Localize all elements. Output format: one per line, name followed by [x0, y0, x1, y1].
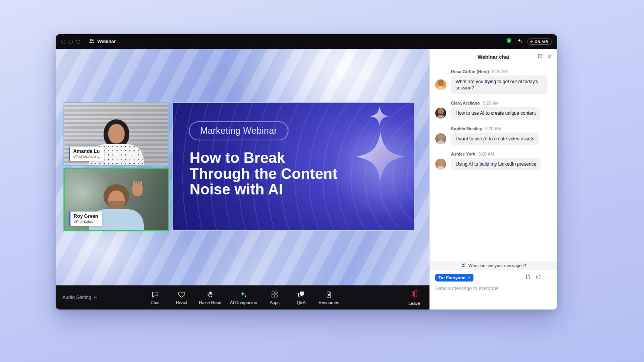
on-air-badge: ON AIR [527, 38, 552, 45]
privacy-note-text: Who can see your messages? [468, 263, 526, 268]
video-tile-amanda-lu[interactable]: Amanda Lu VP of Marketing [63, 102, 169, 166]
nametag-amanda: Amanda Lu VP of Marketing [69, 147, 104, 161]
leave-button[interactable]: Leave [408, 290, 420, 306]
chevron-down-icon [467, 276, 470, 279]
on-air-dot [530, 40, 533, 43]
chat-icon [151, 290, 159, 299]
to-everyone-label: To: Everyone [438, 275, 465, 280]
meeting-toolbar: Audio Setting Chat [56, 285, 429, 310]
message-author: Rosa Griffin (Host) [451, 69, 489, 74]
slide-badge: Marketing Webinar [189, 121, 289, 140]
chat-header: Webinar chat [430, 49, 557, 65]
message-time: 9:20 AM [492, 69, 508, 74]
react-button[interactable]: React [170, 289, 193, 306]
title-bar: Webinar ON AIR [56, 34, 557, 49]
window-maximize-button[interactable] [76, 40, 80, 44]
privacy-note[interactable]: Who can see your messages? [430, 261, 557, 270]
webinar-app-window: Webinar ON AIR [56, 34, 557, 310]
resources-button[interactable]: Resources [316, 289, 341, 306]
participant-role: VP of Marketing [73, 154, 100, 159]
chat-message: Clara Arellano 9:20 AM How to use AI to … [435, 101, 552, 119]
ai-sparkle-icon [239, 290, 248, 299]
avatar [435, 79, 446, 90]
pop-out-icon[interactable] [537, 53, 543, 61]
slide-title-line-2: Through the Content [190, 166, 338, 182]
chat-message-list[interactable]: Rosa Griffin (Host) 9:20 AM What are you… [430, 65, 557, 261]
attach-file-icon[interactable] [525, 274, 531, 282]
resources-button-label: Resources [318, 300, 339, 305]
participant-name: Amanda Lu [73, 149, 100, 154]
leave-door-icon [410, 290, 419, 299]
slide-title-line-1: How to Break [190, 150, 338, 166]
window-title: Webinar [89, 38, 116, 45]
heart-icon [178, 290, 186, 299]
message-bubble: What are you trying to get out of today'… [451, 75, 547, 94]
avatar [435, 159, 446, 170]
more-options-icon[interactable] [546, 274, 552, 282]
chat-message: Ashlee York 9:20 AM Using AI to build my… [435, 152, 552, 170]
raise-hand-button[interactable]: Raise Hand [197, 289, 223, 306]
avatar [435, 133, 446, 144]
webinar-people-icon [89, 38, 95, 45]
emoji-icon[interactable] [535, 274, 541, 282]
ai-companion-button-label: AI Companion [230, 300, 257, 305]
participant-name: Roy Green [74, 213, 98, 219]
message-bubble: How to use AI to create unique content [451, 107, 540, 119]
leave-button-label: Leave [408, 301, 420, 306]
message-input[interactable] [435, 286, 552, 291]
on-air-label: ON AIR [535, 40, 548, 44]
apps-icon [271, 290, 278, 299]
toolbar-button-group: Chat React [144, 289, 341, 306]
qa-icon [297, 290, 305, 299]
message-time: 9:20 AM [485, 126, 501, 131]
chat-composer: To: Everyone [430, 270, 557, 310]
qa-button-label: Q&A [297, 300, 306, 305]
shared-screen-slide: Marketing Webinar How to Break Through t… [172, 102, 415, 231]
close-icon[interactable] [547, 53, 552, 60]
nametag-roy: Roy Green VP of Sales [69, 212, 102, 226]
window-title-text: Webinar [97, 39, 116, 44]
participant-role: VP of Sales [74, 219, 98, 224]
ai-companion-button[interactable]: AI Companion [228, 289, 260, 306]
resources-icon [325, 290, 333, 299]
window-close-button[interactable] [61, 40, 65, 44]
message-author: Clara Arellano [451, 101, 480, 105]
ai-companion-titlebar-icon[interactable] [517, 38, 523, 45]
message-bubble: I want to use AI to create video assets [451, 133, 539, 145]
webinar-chat-panel: Webinar chat Rosa Griffin (Host) [429, 49, 557, 310]
chat-message: Sophia Mosiley 9:20 AM I want to use AI … [435, 126, 552, 145]
webinar-stage: Amanda Lu VP of Marketing Roy Green VP o… [56, 49, 429, 285]
slide-star-shape-small [370, 106, 390, 128]
chat-button-label: Chat [150, 300, 159, 305]
security-shield-icon[interactable] [506, 37, 512, 46]
privacy-person-icon [461, 263, 466, 268]
qa-button[interactable]: Q&A [290, 289, 312, 306]
chevron-up-icon [93, 296, 97, 299]
raise-hand-button-label: Raise Hand [199, 300, 221, 305]
message-bubble: Using AI to build my LinkedIn presence [451, 158, 541, 170]
to-everyone-selector[interactable]: To: Everyone [435, 274, 473, 282]
window-controls [61, 40, 80, 44]
message-time: 9:20 AM [479, 152, 494, 156]
apps-button-label: Apps [270, 300, 280, 305]
slide-title: How to Break Through the Content Noise w… [190, 150, 338, 198]
react-button-label: React [176, 300, 187, 305]
raise-hand-icon [206, 290, 214, 299]
video-tile-roy-green[interactable]: Roy Green VP of Sales [63, 168, 169, 231]
audio-setting-label: Audio Setting [62, 295, 91, 300]
window-minimize-button[interactable] [69, 40, 73, 44]
slide-star-shape-large [355, 131, 406, 184]
participant-tiles: Amanda Lu VP of Marketing Roy Green VP o… [63, 102, 169, 233]
chat-button[interactable]: Chat [144, 289, 166, 306]
apps-button[interactable]: Apps [263, 289, 286, 306]
chat-message: Rosa Griffin (Host) 9:20 AM What are you… [435, 69, 552, 94]
avatar [435, 108, 446, 119]
chat-title: Webinar chat [478, 54, 509, 60]
message-author: Ashlee York [451, 152, 475, 156]
audio-setting-button[interactable]: Audio Setting [62, 295, 97, 300]
message-time: 9:20 AM [483, 101, 498, 105]
slide-title-line-3: Noise with AI [190, 182, 338, 198]
message-author: Sophia Mosiley [451, 126, 482, 131]
